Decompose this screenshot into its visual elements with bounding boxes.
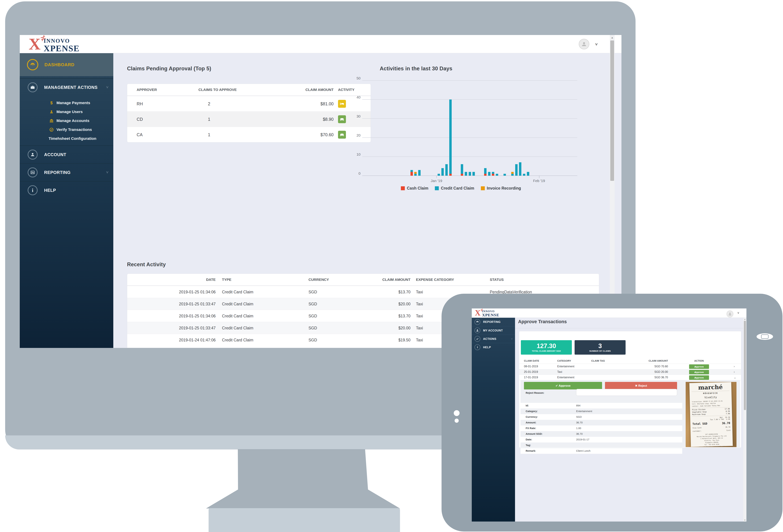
user-avatar[interactable] <box>726 310 733 318</box>
claims-panel-title: Claims Pending Approval (Top 5) <box>127 66 211 72</box>
sidebar-item-reporting[interactable]: REPORTING ˅ <box>20 163 113 181</box>
recent-amount: $13.70 <box>373 290 410 294</box>
bar-segment <box>461 174 463 176</box>
sidebar-item-help[interactable]: i HELP <box>472 343 515 351</box>
scrollbar-thumb[interactable] <box>610 40 614 181</box>
approve-button[interactable]: ✔ Approve <box>689 364 709 369</box>
chevron-down-icon[interactable]: ˅ <box>106 170 108 175</box>
claims-count: 2 <box>208 101 210 106</box>
receipt-payment-line: customer:Card <box>692 429 730 432</box>
car-icon <box>339 117 345 122</box>
row-expand-chevron-icon[interactable]: › <box>734 365 735 368</box>
check-icon: ✔ <box>694 371 696 374</box>
column-header: APPROVER <box>137 88 157 92</box>
tablet-scrollbar[interactable]: ▲ ▼ <box>743 318 746 522</box>
x-tick-mark <box>539 176 539 178</box>
scroll-up-icon[interactable]: ▲ <box>610 36 615 39</box>
column-header: CATEGORY <box>557 359 571 362</box>
sidebar-item-management-actions[interactable]: MANAGEMENT ACTIONS ˅ <box>20 78 113 96</box>
approve-button[interactable]: ✔ Approve <box>689 375 709 380</box>
reject-reason-label: Reject Reason: <box>526 391 544 394</box>
claim-category: Entertainment <box>557 376 574 379</box>
user-icon <box>49 110 55 114</box>
sidebar-item-manage-users[interactable]: Manage Users <box>20 107 113 116</box>
sidebar-item-timesheet-configuration[interactable]: Timehsheet Configuration <box>20 134 113 143</box>
claim-row[interactable]: 25-01-2019TaxiSGD 20.00✔ Approve› <box>519 369 741 375</box>
claim-row[interactable]: 17-01-2019EntertainmentSGD 36.70✔ Approv… <box>519 375 741 380</box>
receipt-item-name: Vegetable Soup <box>692 411 707 413</box>
home-button[interactable] <box>757 333 773 340</box>
scroll-up-icon[interactable]: ▲ <box>743 318 746 320</box>
total-claim-amount-box: 127.30 TOTAL CLAIM AMOUNT SGD <box>521 340 572 355</box>
chart-y-axis: 01020304050 <box>347 80 361 176</box>
scrollbar-thumb[interactable] <box>744 321 746 410</box>
brand-line1: INNOVO <box>43 38 80 44</box>
chart-bar <box>418 170 420 176</box>
y-tick-label: 10 <box>347 152 361 157</box>
reject-button[interactable]: ✖ Reject <box>605 382 677 390</box>
user-avatar[interactable] <box>579 39 589 49</box>
check-icon <box>474 336 480 342</box>
chart-bar <box>449 100 452 176</box>
bar-segment <box>503 174 506 176</box>
approve-button[interactable]: ✔ Approve <box>524 382 602 390</box>
sidebar-item-account[interactable]: ACCOUNT <box>20 145 113 163</box>
legend-label: Cash Claim <box>407 186 428 191</box>
activity-badge <box>338 115 346 123</box>
bar-segment <box>488 172 491 176</box>
briefcase-icon <box>28 82 38 92</box>
bar-segment <box>492 174 494 176</box>
sidebar-item-actions[interactable]: ACTIONS ˅ <box>472 335 515 343</box>
chevron-down-icon[interactable]: ˅ <box>511 337 512 340</box>
reject-reason-input[interactable] <box>576 389 677 396</box>
bar-segment <box>527 172 529 176</box>
detail-row: Amount SGD:36.70 <box>521 431 682 437</box>
y-tick-label: 20 <box>347 133 361 137</box>
chart-bar <box>445 164 448 176</box>
chart-x-axis: Jan '19Feb '19 <box>362 176 577 184</box>
chart-bar <box>461 164 463 176</box>
claim-row[interactable]: 08-01-2019EntertainmentSGD 70.60✔ Approv… <box>519 364 741 369</box>
recent-amount: $20.00 <box>373 302 410 306</box>
recent-type: Credit Card Claim <box>222 290 253 294</box>
column-header: CLAIM TAG <box>591 359 605 362</box>
column-header: CLAIM AMOUNT <box>289 88 334 92</box>
chart-bar <box>503 174 506 176</box>
monitor-stand-base <box>209 508 400 532</box>
claims-row: CA1$70.60 <box>127 127 371 142</box>
sidebar-item-help[interactable]: i HELP <box>20 181 113 199</box>
column-header: TYPE <box>222 277 231 282</box>
gridline <box>362 137 577 138</box>
chevron-down-icon[interactable]: ˅ <box>106 85 108 90</box>
row-expand-chevron-icon[interactable]: › <box>734 370 735 374</box>
detail-label: Amount: <box>526 421 536 424</box>
account-menu-chevron-icon[interactable]: ˅ <box>595 42 598 47</box>
sidebar-item-reporting[interactable]: REPORTING <box>472 318 515 326</box>
bar-segment <box>449 174 452 176</box>
claim-amount: SGD 20.00 <box>639 370 668 373</box>
account-menu-chevron-icon[interactable]: ˅ <box>738 311 739 314</box>
sidebar-item-verify-transactions[interactable]: Verify Transactions <box>20 125 113 134</box>
bar-segment <box>484 174 487 176</box>
chart-bar <box>465 172 467 176</box>
bar-segment <box>441 168 444 176</box>
scroll-down-icon[interactable]: ▼ <box>743 519 746 521</box>
detail-value: Client Lunch <box>576 449 590 452</box>
sidebar-item-dashboard[interactable]: DASHBOARD <box>20 53 113 76</box>
chart-bar <box>410 170 413 176</box>
sidebar-item-manage-payments[interactable]: $ Manage Payments <box>20 98 113 107</box>
detail-value: 36.70 <box>576 421 583 424</box>
row-expand-chevron-icon[interactable]: ⌄ <box>734 376 736 379</box>
chart-bar <box>496 174 498 176</box>
approve-transactions-panel: 127.30 TOTAL CLAIM AMOUNT SGD 3 NUMBER O… <box>519 331 741 448</box>
sidebar-item-my-account[interactable]: MY ACCOUNT <box>472 326 515 335</box>
sidebar-item-manage-accounts[interactable]: Manage Accounts <box>20 116 113 125</box>
approve-button[interactable]: ✔ Approve <box>689 370 709 374</box>
chart-plot <box>362 80 577 176</box>
receipt-location: VivoCity <box>692 395 729 399</box>
x-tick-mark <box>436 176 437 178</box>
detail-row: Date:2019-01-17 <box>521 437 682 442</box>
detail-value: 1.00 <box>576 427 581 430</box>
chart-bar <box>488 172 491 176</box>
desktop-top-bar: X≠ INNOVO XPENSE ˅ <box>20 35 622 53</box>
